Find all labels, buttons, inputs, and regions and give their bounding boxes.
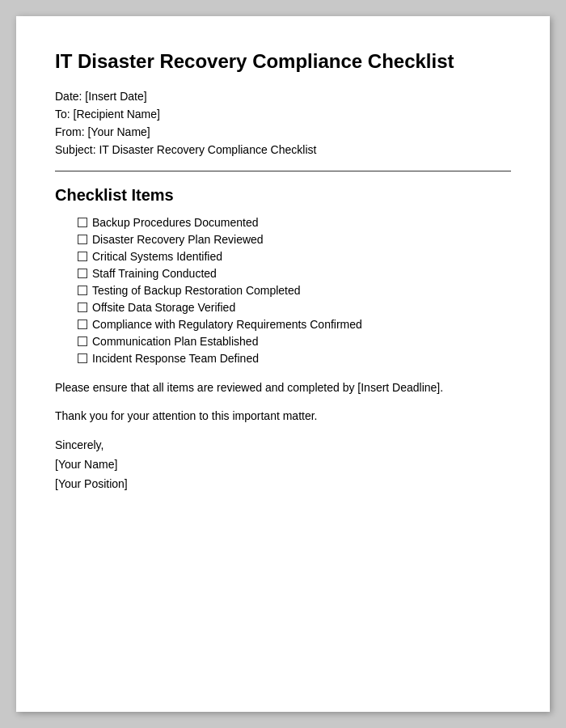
divider [55,171,511,171]
subject-field: Subject: IT Disaster Recovery Compliance… [55,143,511,156]
closing-section: Sincerely, [Your Name] [Your Position] [55,436,511,493]
checklist-item-label: Backup Procedures Documented [92,216,258,229]
checklist-item-label: Offsite Data Storage Verified [92,301,235,314]
list-item: Critical Systems Identified [78,250,511,263]
closing-position: [Your Position] [55,475,511,494]
checklist-item-label: Critical Systems Identified [92,250,222,263]
checklist-heading: Checklist Items [55,186,511,205]
date-field: Date: [Insert Date] [55,90,511,103]
checkbox-icon[interactable] [78,286,87,295]
list-item: Communication Plan Established [78,335,511,348]
list-item: Testing of Backup Restoration Completed [78,284,511,297]
checklist-item-label: Compliance with Regulatory Requirements … [92,318,362,331]
list-item: Offsite Data Storage Verified [78,301,511,314]
checkbox-icon[interactable] [78,252,87,261]
from-field: From: [Your Name] [55,125,511,138]
to-field: To: [Recipient Name] [55,108,511,121]
list-item: Backup Procedures Documented [78,216,511,229]
thank-you-text: Thank you for your attention to this imp… [55,408,511,425]
checkbox-icon[interactable] [78,303,87,312]
checkbox-icon[interactable] [78,320,87,329]
checklist-item-label: Incident Response Team Defined [92,352,259,365]
checkbox-icon[interactable] [78,269,87,278]
checkbox-icon[interactable] [78,353,87,363]
reminder-text: Please ensure that all items are reviewe… [55,379,511,396]
checklist-item-label: Disaster Recovery Plan Reviewed [92,233,264,246]
checkbox-icon[interactable] [78,235,87,244]
page-title: IT Disaster Recovery Compliance Checklis… [55,49,511,74]
closing-name: [Your Name] [55,455,511,475]
closing-salutation: Sincerely, [55,436,511,455]
checklist-item-label: Testing of Backup Restoration Completed [92,284,301,297]
list-item: Disaster Recovery Plan Reviewed [78,233,511,246]
list-item: Incident Response Team Defined [78,352,511,365]
checklist-item-label: Communication Plan Established [92,335,258,348]
document-page: IT Disaster Recovery Compliance Checklis… [16,16,550,712]
checkbox-icon[interactable] [78,336,87,346]
checklist-list: Backup Procedures DocumentedDisaster Rec… [55,216,511,365]
checkbox-icon[interactable] [78,218,87,227]
checklist-item-label: Staff Training Conducted [92,267,217,280]
list-item: Staff Training Conducted [78,267,511,280]
list-item: Compliance with Regulatory Requirements … [78,318,511,331]
